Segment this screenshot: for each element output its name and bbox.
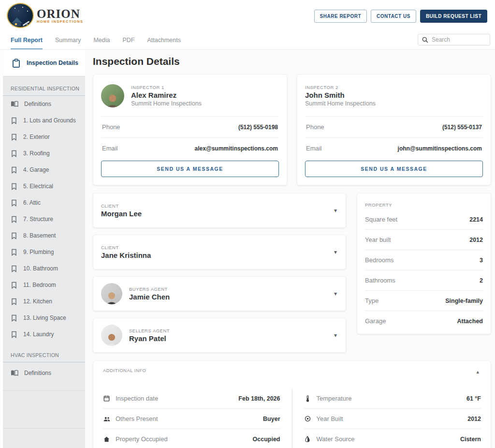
tab-attachments[interactable]: Attachments: [147, 37, 181, 49]
avatar: [101, 283, 122, 304]
bookmark-icon: [11, 117, 17, 124]
sidebar-active-label: Inspection Details: [27, 60, 78, 66]
client-name: Jane Kristinna: [101, 251, 151, 259]
sidebar-item-lots-and-grounds[interactable]: 1. Lots and Grounds: [3, 112, 85, 129]
chevron-down-icon[interactable]: ▾: [334, 332, 337, 339]
build-request-list-button[interactable]: BUILD REQUEST LIST: [420, 10, 487, 23]
tab-media[interactable]: Media: [93, 37, 110, 49]
info-label: Year Built: [317, 415, 343, 422]
property-label: Garage: [365, 317, 386, 325]
send-message-button[interactable]: SEND US A MESSAGE: [101, 161, 279, 177]
sidebar-item-laundry[interactable]: 14. Laundry: [3, 326, 85, 343]
bookmark-icon: [11, 265, 17, 272]
bookmark-icon: [11, 216, 17, 223]
sidebar-item-bedroom[interactable]: 11. Bedroom: [3, 277, 85, 293]
tab-summary[interactable]: Summary: [55, 37, 81, 49]
inspector-name: Alex Ramirez: [131, 91, 202, 99]
water-drop-icon: [304, 436, 311, 442]
thermometer-icon: [304, 395, 311, 402]
bookmark-icon: [11, 150, 17, 157]
property-value: Attached: [457, 318, 483, 325]
email-label: Email: [102, 145, 118, 152]
send-message-button[interactable]: SEND US A MESSAGE: [305, 161, 483, 177]
buyers-agent-card[interactable]: BUYERS AGENT Jamie Chen ▾: [93, 276, 346, 311]
property-value: 2012: [469, 237, 483, 243]
client-role-label: CLIENT: [101, 203, 142, 209]
sidebar-item-roofing[interactable]: 3. Roofing: [3, 145, 85, 162]
agent-name: Ryan Patel: [129, 334, 170, 343]
search-box[interactable]: [418, 34, 490, 45]
chevron-down-icon[interactable]: ▾: [334, 290, 337, 297]
bookmark-icon: [11, 314, 17, 322]
agent-name: Jamie Chen: [129, 293, 170, 301]
sidebar-section-residential: RESIDENTIAL INSPECTION: [3, 76, 85, 95]
brand-name: ORION: [37, 7, 83, 21]
search-input[interactable]: [432, 36, 486, 43]
sidebar-item-definitions-hvac[interactable]: Definitions: [3, 362, 85, 384]
phone-label: Phone: [306, 123, 324, 131]
sidebar-item-plumbing[interactable]: 9. Plumbing: [3, 244, 85, 260]
property-panel-title: PROPERTY: [365, 198, 483, 209]
people-icon: [103, 416, 110, 422]
client-role-label: CLIENT: [101, 245, 151, 250]
inspector-role-label: INSPECTOR 2: [305, 85, 376, 90]
email-value: john@summitinspections.com: [398, 145, 482, 152]
tab-pdf[interactable]: PDF: [123, 37, 135, 49]
property-label: Bathrooms: [365, 277, 395, 284]
sidebar-item-electrical[interactable]: 5. Electrical: [3, 178, 85, 194]
info-value: Feb 18th, 2026: [238, 395, 280, 402]
property-label: Type: [365, 297, 379, 304]
info-value: 61 °F: [466, 395, 481, 402]
property-value: 2214: [469, 216, 483, 223]
phone-value: (512) 555-0137: [442, 124, 482, 131]
book-icon: [11, 101, 18, 107]
app-header: ORION HOME INSPECTIONS SHARE REPORT CONT…: [0, 0, 495, 50]
orion-logo-icon: [7, 3, 34, 28]
sidebar: Inspection Details RESIDENTIAL INSPECTIO…: [3, 50, 85, 448]
inspector-company: Summit Home Inspections: [131, 100, 202, 107]
page-title: Inspection Details: [93, 56, 491, 67]
property-value: 2: [480, 277, 483, 284]
client-card-morgan-lee[interactable]: CLIENT Morgan Lee ▾: [93, 193, 346, 228]
tab-full-report[interactable]: Full Report: [11, 37, 43, 49]
info-label: Water Source: [317, 435, 355, 443]
property-value: Single-family: [445, 298, 483, 304]
info-value: 2012: [467, 416, 481, 422]
sidebar-item-living-space[interactable]: 13. Living Space: [3, 310, 85, 326]
bookmark-icon: [11, 166, 17, 174]
sidebar-item-attic[interactable]: 6. Attic: [3, 194, 85, 211]
sidebar-item-garage[interactable]: 4. Garage: [3, 162, 85, 178]
collapse-icon[interactable]: ▴: [474, 368, 481, 376]
contact-us-button[interactable]: CONTACT US: [371, 10, 416, 23]
property-label: Square feet: [365, 216, 397, 223]
brand-tagline: HOME INSPECTIONS: [37, 19, 83, 24]
bookmark-icon: [11, 199, 17, 207]
property-label: Bedrooms: [365, 256, 393, 264]
phone-value: (512) 555-0198: [238, 124, 278, 131]
info-value: Buyer: [263, 416, 280, 422]
clipboard-icon: [12, 59, 21, 68]
sidebar-item-exterior[interactable]: 2. Exterior: [3, 129, 85, 145]
share-report-button[interactable]: SHARE REPORT: [314, 10, 367, 23]
bookmark-icon: [11, 298, 17, 305]
sidebar-item-bathroom[interactable]: 10. Bathroom: [3, 260, 85, 277]
sidebar-item-kitchen[interactable]: 12. Kitchen: [3, 293, 85, 310]
sidebar-item-basement[interactable]: 8. Basement: [3, 227, 85, 244]
sellers-agent-card[interactable]: SELLERS AGENT Ryan Patel ▾: [93, 318, 346, 353]
email-value: alex@summitinspections.com: [195, 145, 278, 152]
chevron-down-icon[interactable]: ▾: [334, 249, 337, 255]
sidebar-item-definitions-residential[interactable]: Definitions: [3, 96, 85, 112]
agent-role-label: BUYERS AGENT: [129, 286, 170, 292]
avatar: [101, 325, 122, 346]
sidebar-item-structure[interactable]: 7. Structure: [3, 211, 85, 227]
sidebar-item-inspection-details[interactable]: Inspection Details: [3, 50, 85, 76]
client-name: Morgan Lee: [101, 209, 142, 218]
bookmark-icon: [11, 282, 17, 289]
property-panel: PROPERTY Square feet 2214 Year built 201…: [357, 193, 491, 334]
client-card-jane-kristinna[interactable]: CLIENT Jane Kristinna ▾: [93, 235, 346, 269]
house-icon: [103, 436, 110, 442]
inspector-role-label: INSPECTOR 1: [131, 85, 202, 90]
report-tabs: Full Report Summary Media PDF Attachment…: [11, 37, 181, 49]
property-value: 3: [480, 257, 483, 264]
chevron-down-icon[interactable]: ▾: [334, 207, 337, 214]
